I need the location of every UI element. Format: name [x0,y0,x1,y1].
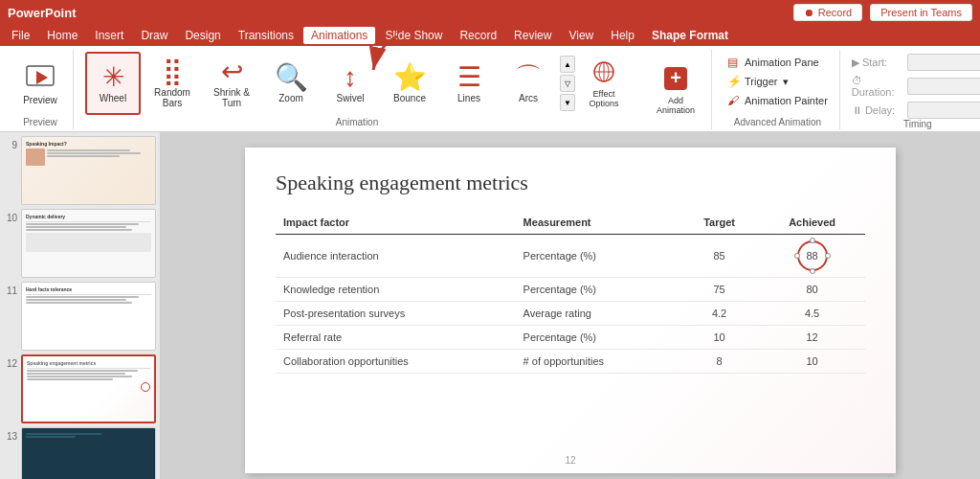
menu-transitions[interactable]: Transitions [231,27,301,44]
col-target: Target [679,211,759,235]
slide-preview-9: Speaking Impact? [21,136,156,205]
col-measurement: Measurement [516,211,679,235]
scroll-mid[interactable]: ▽ [560,75,575,92]
add-animation-content: + AddAnimation [648,50,703,127]
metrics-table: Impact factor Measurement Target Achieve… [276,211,865,374]
achieved-referral-rate: 12 [759,326,865,350]
slide-thumb-9[interactable]: 9 Speaking Impact? [4,136,156,205]
slide-thumb-10[interactable]: 10 Dynamic delivery [4,209,156,278]
slide-thumb-11[interactable]: 11 Hard facts tolerance [4,282,156,351]
advanced-animation-group: ▤ Animation Pane ⚡ Trigger ▾ 🖌 Animation… [716,50,840,129]
impact-collaboration: Collaboration opportunities [276,350,516,374]
timing-duration-row: ⏱ Duration: [852,75,980,98]
anim-bounce[interactable]: ⭐ Bounce [382,52,437,115]
swivel-icon: ↕ [344,64,357,91]
record-label: Record [818,7,852,18]
zoom-icon: 🔍 [275,64,308,91]
present-in-teams-button[interactable]: Present in Teams [870,4,972,21]
target-audience-interaction: 85 [679,235,759,278]
target-referral-rate: 10 [679,326,759,350]
duration-input[interactable] [907,78,980,95]
measure-audience-interaction: Percentage (%) [516,235,679,278]
slide-canvas: Speaking engagement metrics Impact facto… [245,148,896,473]
slide-panel: 9 Speaking Impact? 10 [0,132,161,479]
timing-start-row: ▶ Start: [852,54,980,71]
scroll-up[interactable]: ▲ [560,56,575,73]
impact-knowledge-retention: Knowledge retention [276,278,516,302]
wheel-icon: ✳ [102,64,124,91]
shrink-turn-icon: ↩ [221,58,243,85]
animation-group-label: Animation [336,117,378,129]
measure-referral-rate: Percentage (%) [516,326,679,350]
col-achieved: Achieved [759,211,865,235]
preview-icon [25,62,56,93]
record-button[interactable]: ⏺ Record [793,4,862,21]
start-input[interactable] [907,54,980,71]
menu-shape-format[interactable]: Shape Format [644,27,736,44]
trigger-icon: ⚡ [727,75,741,88]
svg-marker-1 [36,71,48,84]
slide-num-11: 11 [4,282,17,296]
table-row: Knowledge retention Percentage (%) 75 80 [276,278,865,302]
trigger-dropdown-icon: ▾ [783,76,789,88]
animation-painter-button[interactable]: 🖌 Animation Painter [724,92,832,109]
anim-shrink-turn[interactable]: ↩ Shrink & Turn [204,52,259,115]
delay-input[interactable] [907,102,980,119]
menu-file[interactable]: File [4,27,37,44]
menu-insert[interactable]: Insert [87,27,131,44]
menu-home[interactable]: Home [39,27,85,44]
col-impact-factor: Impact factor [276,211,516,235]
menu-bar: File Home Insert Draw Design Transitions… [0,25,980,46]
slide-num-10: 10 [4,209,17,223]
anim-swivel[interactable]: ↕ Swivel [323,52,378,115]
slide-preview-11: Hard facts tolerance [21,282,156,351]
slide-thumb-13[interactable]: 13 [4,427,156,479]
timing-delay-row: ⏸ Delay: [852,102,980,119]
bounce-icon: ⭐ [393,64,427,91]
table-row: Collaboration opportunities # of opportu… [276,350,865,374]
animation-pane-button[interactable]: ▤ Animation Pane [724,54,832,71]
menu-draw[interactable]: Draw [133,27,175,44]
menu-design[interactable]: Design [177,27,228,44]
table-row: Audience interaction Percentage (%) 85 8… [276,235,865,278]
measure-knowledge-retention: Percentage (%) [516,278,679,302]
title-bar-right: ⏺ Record Present in Teams [793,4,972,21]
anim-random-bars[interactable]: ⣿ Random Bars [145,52,200,115]
slide-thumb-12[interactable]: 12 Speaking engagement metrics [4,354,156,423]
anim-wheel[interactable]: ✳ Wheel [85,52,141,115]
preview-button[interactable]: Preview [15,55,65,112]
achieved-knowledge-retention: 80 [759,278,865,302]
advanced-group-label: Advanced Animation [724,117,832,129]
table-header-row: Impact factor Measurement Target Achieve… [276,211,865,235]
menu-record[interactable]: Record [452,27,504,44]
trigger-button[interactable]: ⚡ Trigger ▾ [724,73,832,90]
menu-animations[interactable]: Animations [303,27,375,44]
ribbon: Preview Preview ✳ Wheel ⣿ Random Bars ↩ … [0,46,980,132]
title-bar: PowerPoint ⏺ Record Present in Teams [0,0,980,25]
scroll-down[interactable]: ▼ [560,94,575,111]
slide-canvas-area: Speaking engagement metrics Impact facto… [161,132,980,479]
anim-zoom[interactable]: 🔍 Zoom [263,52,319,115]
slide-preview-12: Speaking engagement metrics [21,354,156,423]
main-content: 9 Speaking Impact? 10 [0,132,980,479]
painter-icon: 🖌 [727,94,741,107]
menu-view[interactable]: View [561,27,601,44]
anim-arcs[interactable]: ⌒ Arcs [501,52,556,115]
menu-help[interactable]: Help [603,27,642,44]
impact-referral-rate: Referral rate [276,326,516,350]
measure-collaboration: # of opportunities [516,350,679,374]
table-row: Post-presentation surveys Average rating… [276,302,865,326]
slide-page-number: 12 [565,455,575,466]
slide-num-12: 12 [4,354,17,369]
menu-review[interactable]: Review [506,27,559,44]
slide-title: Speaking engagement metrics [276,171,865,195]
measure-post-presentation: Average rating [516,302,679,326]
preview-label: Preview [23,95,57,105]
effect-options-button[interactable]: EffectOptions [579,55,629,112]
menu-slideshow[interactable]: Slide Show [377,27,450,44]
slide-num-9: 9 [4,136,17,150]
slide-preview-13 [21,427,156,479]
anim-lines[interactable]: ☰ Lines [441,52,497,115]
add-animation-group: + AddAnimation [640,50,712,129]
add-animation-button[interactable]: + AddAnimation [648,57,703,121]
